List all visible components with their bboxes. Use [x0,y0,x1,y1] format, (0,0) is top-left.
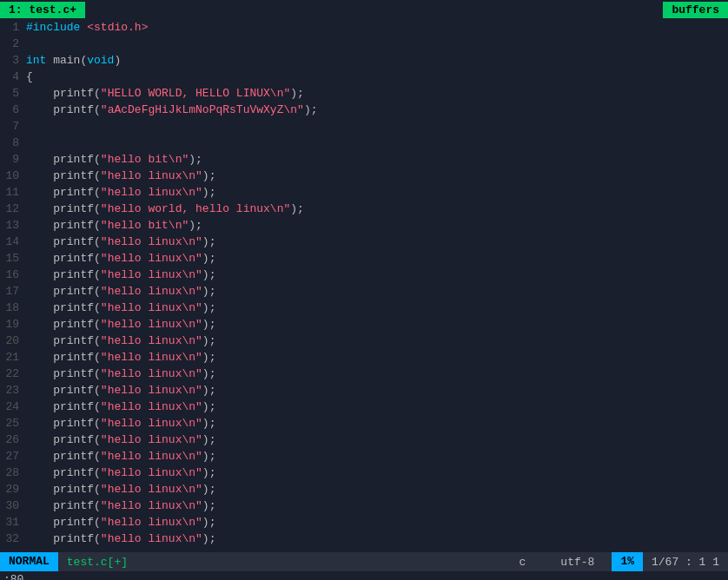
line-content: printf("hello linux\n"); [26,514,215,531]
table-row: 16 printf("hello linux\n"); [0,267,728,283]
line-number: 32 [0,531,26,547]
line-number: 7 [0,118,26,135]
line-content: printf("hello linux\n"); [26,448,215,465]
line-content: printf("hello linux\n"); [26,415,215,432]
encoding: utf-8 [543,556,612,569]
line-content: printf("hello bit\n"); [26,217,202,234]
line-content: printf("hello linux\n"); [26,498,215,514]
line-number: 26 [0,432,26,448]
table-row: 9 printf("hello bit\n"); [0,151,728,168]
table-row: 5 printf("HELLO WORLD, HELLO LINUX\n"); [0,85,728,102]
table-row: 26 printf("hello linux\n"); [0,432,728,448]
line-number: 24 [0,399,26,415]
table-row: 8 [0,135,728,151]
line-number: 1 [0,19,26,36]
line-content: printf("hello linux\n"); [26,481,215,498]
line-number: 9 [0,151,26,168]
table-row: 20 printf("hello linux\n"); [0,333,728,349]
line-content: printf("hello linux\n"); [26,349,215,366]
line-number: 3 [0,52,26,69]
line-number: 22 [0,366,26,382]
line-content: printf("hello bit\n"); [26,151,202,168]
line-content: printf("HELLO WORLD, HELLO LINUX\n"); [26,85,304,102]
line-number: 13 [0,217,26,234]
line-number: 6 [0,102,26,118]
line-number: 12 [0,201,26,217]
line-number: 8 [0,135,26,151]
line-content: printf("hello linux\n"); [26,333,215,349]
line-content: int main(void) [26,52,121,69]
table-row: 30 printf("hello linux\n"); [0,498,728,514]
line-content: printf("hello linux\n"); [26,300,215,316]
line-content: printf("hello linux\n"); [26,366,215,382]
table-row: 14 printf("hello linux\n"); [0,234,728,250]
line-number: 4 [0,69,26,85]
line-content: printf("aAcDeFgHiJkLmNoPqRsTuVwXyZ\n"); [26,102,317,118]
line-content: printf("hello linux\n"); [26,316,215,333]
line-content: printf("hello linux\n"); [26,531,215,547]
line-content: printf("hello linux\n"); [26,382,215,399]
editor-area: 1#include <stdio.h>23int main(void)4{5 p… [0,19,728,552]
table-row: 10 printf("hello linux\n"); [0,168,728,184]
line-content: #include <stdio.h> [26,19,148,36]
position: 1/67 : 1 1 [643,556,728,569]
table-row: 7 [0,118,728,135]
table-row: 21 printf("hello linux\n"); [0,349,728,366]
line-number: 14 [0,234,26,250]
line-number: 21 [0,349,26,366]
line-number: 28 [0,465,26,481]
line-number: 27 [0,448,26,465]
line-number: 16 [0,267,26,283]
line-content: printf("hello linux\n"); [26,465,215,481]
percent-badge: 1% [612,552,643,571]
table-row: 3int main(void) [0,52,728,69]
line-number: 23 [0,382,26,399]
table-row: 17 printf("hello linux\n"); [0,283,728,300]
line-number: 19 [0,316,26,333]
line-number: 18 [0,300,26,316]
line-content: printf("hello linux\n"); [26,399,215,415]
line-content: printf("hello linux\n"); [26,184,215,201]
table-row: 23 printf("hello linux\n"); [0,382,728,399]
line-number: 2 [0,36,26,52]
buffers-button[interactable]: buffers [663,2,728,18]
mode-badge: NORMAL [0,552,58,571]
line-content: printf("hello linux\n"); [26,250,215,267]
line-content: printf("hello world, hello linux\n"); [26,201,304,217]
table-row: 31 printf("hello linux\n"); [0,514,728,531]
line-content: { [26,69,33,85]
line-number: 20 [0,333,26,349]
line-content: printf("hello linux\n"); [26,432,215,448]
table-row: 24 printf("hello linux\n"); [0,399,728,415]
table-row: 28 printf("hello linux\n"); [0,465,728,481]
line-content: printf("hello linux\n"); [26,234,215,250]
table-row: 1#include <stdio.h> [0,19,728,36]
status-bar: NORMAL test.c[+] c utf-8 1% 1/67 : 1 1 [0,552,728,571]
table-row: 27 printf("hello linux\n"); [0,448,728,465]
filename-status: test.c[+] [58,556,136,569]
table-row: 29 printf("hello linux\n"); [0,481,728,498]
table-row: 19 printf("hello linux\n"); [0,316,728,333]
line-number: 10 [0,168,26,184]
table-row: 32 printf("hello linux\n"); [0,531,728,547]
table-row: 2 [0,36,728,52]
line-number: 17 [0,283,26,300]
line-content: printf("hello linux\n"); [26,283,215,300]
line-number: 29 [0,481,26,498]
line-number: 31 [0,514,26,531]
table-row: 18 printf("hello linux\n"); [0,300,728,316]
active-tab[interactable]: 1: test.c+ [0,2,85,18]
line-number: 11 [0,184,26,201]
filetype: c [502,556,544,569]
table-row: 12 printf("hello world, hello linux\n"); [0,201,728,217]
line-number: 15 [0,250,26,267]
table-row: 25 printf("hello linux\n"); [0,415,728,432]
command-line: :80 [0,571,728,580]
line-number: 30 [0,498,26,514]
table-row: 11 printf("hello linux\n"); [0,184,728,201]
table-row: 13 printf("hello bit\n"); [0,217,728,234]
table-row: 15 printf("hello linux\n"); [0,250,728,267]
line-number: 25 [0,415,26,432]
line-content: printf("hello linux\n"); [26,168,215,184]
line-content: printf("hello linux\n"); [26,267,215,283]
